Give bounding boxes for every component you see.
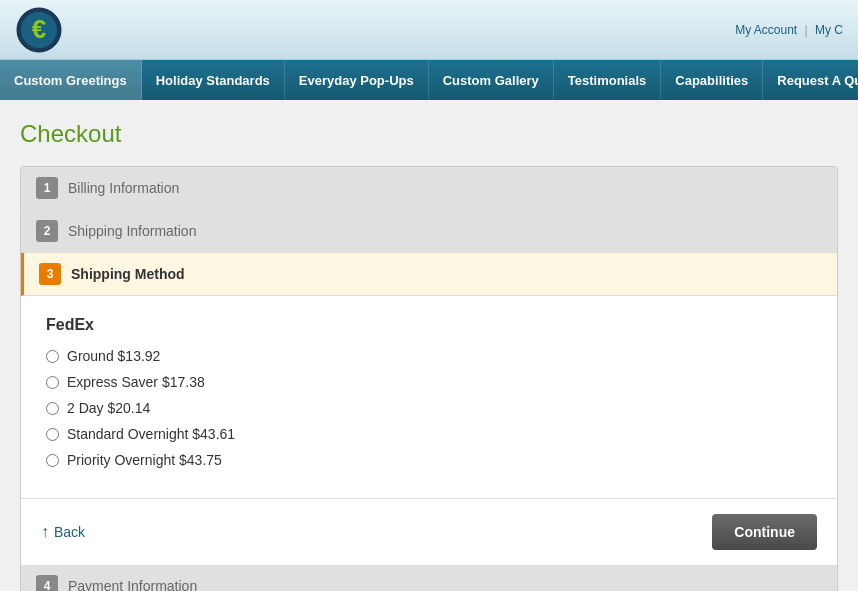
my-cart-link[interactable]: My C — [815, 23, 843, 37]
shipping-label-priority-overnight: Priority Overnight $43.75 — [67, 452, 222, 468]
shipping-option-express[interactable]: Express Saver $17.38 — [46, 374, 812, 390]
nav-item-custom-gallery[interactable]: Custom Gallery — [429, 60, 554, 100]
shipping-radio-express[interactable] — [46, 376, 59, 389]
step-3-number: 3 — [39, 263, 61, 285]
shipping-option-priority-overnight[interactable]: Priority Overnight $43.75 — [46, 452, 812, 468]
shipping-method-content: FedEx Ground $13.92 Express Saver $17.38… — [21, 296, 837, 499]
step-1-number: 1 — [36, 177, 58, 199]
step-2-number: 2 — [36, 220, 58, 242]
shipping-label-express: Express Saver $17.38 — [67, 374, 205, 390]
step-3-row: 3 Shipping Method — [21, 253, 837, 296]
nav-item-everyday-popups[interactable]: Everyday Pop-Ups — [285, 60, 429, 100]
checkout-container: 1 Billing Information 2 Shipping Informa… — [20, 166, 838, 591]
shipping-radio-standard-overnight[interactable] — [46, 428, 59, 441]
nav-item-request-quote[interactable]: Request A Quo — [763, 60, 858, 100]
nav-bar: Custom GreetingsHoliday StandardsEveryda… — [0, 60, 858, 100]
shipping-option-standard-overnight[interactable]: Standard Overnight $43.61 — [46, 426, 812, 442]
shipping-label-2day: 2 Day $20.14 — [67, 400, 150, 416]
separator: | — [805, 23, 808, 37]
step-1-label: Billing Information — [68, 180, 179, 196]
step-4-label: Payment Information — [68, 578, 197, 591]
nav-item-testimonials[interactable]: Testimonials — [554, 60, 662, 100]
shipping-label-ground: Ground $13.92 — [67, 348, 160, 364]
main-content: Checkout 1 Billing Information 2 Shippin… — [0, 100, 858, 591]
shipping-radio-priority-overnight[interactable] — [46, 454, 59, 467]
nav-item-custom-greetings[interactable]: Custom Greetings — [0, 60, 142, 100]
shipping-radio-2day[interactable] — [46, 402, 59, 415]
my-account-link[interactable]: My Account — [735, 23, 797, 37]
step-4-row: 4 Payment Information — [21, 565, 837, 591]
nav-item-holiday-standards[interactable]: Holiday Standards — [142, 60, 285, 100]
shipping-radio-ground[interactable] — [46, 350, 59, 363]
continue-button[interactable]: Continue — [712, 514, 817, 550]
logo-icon: € — [15, 6, 63, 54]
back-link[interactable]: ↑ Back — [41, 523, 85, 541]
step-2-label: Shipping Information — [68, 223, 196, 239]
shipping-label-standard-overnight: Standard Overnight $43.61 — [67, 426, 235, 442]
shipping-option-2day[interactable]: 2 Day $20.14 — [46, 400, 812, 416]
step-3-label: Shipping Method — [71, 266, 185, 282]
back-label: Back — [54, 524, 85, 540]
step-1-row: 1 Billing Information — [21, 167, 837, 210]
svg-text:€: € — [32, 14, 46, 44]
nav-item-capabilities[interactable]: Capabilities — [661, 60, 763, 100]
back-arrow-icon: ↑ — [41, 523, 49, 541]
top-links: My Account | My C — [735, 23, 843, 37]
step-2-row: 2 Shipping Information — [21, 210, 837, 253]
action-row: ↑ Back Continue — [21, 499, 837, 565]
shipping-option-ground[interactable]: Ground $13.92 — [46, 348, 812, 364]
page-title: Checkout — [20, 120, 838, 148]
carrier-name: FedEx — [46, 316, 812, 334]
step-4-number: 4 — [36, 575, 58, 591]
top-bar: € My Account | My C — [0, 0, 858, 60]
